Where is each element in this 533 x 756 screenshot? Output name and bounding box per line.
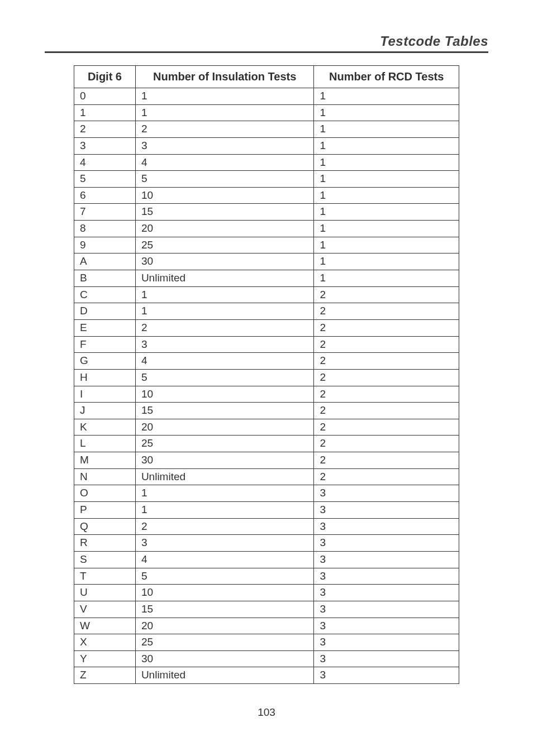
cell-insulation: 1 (135, 502, 314, 519)
cell-insulation: 1 (135, 88, 314, 105)
cell-insulation: 25 (135, 237, 314, 253)
cell-digit: 3 (74, 137, 136, 154)
cell-digit: F (74, 336, 136, 353)
table-row: 551 (74, 171, 459, 188)
cell-insulation: 2 (135, 518, 314, 535)
cell-insulation: 1 (135, 485, 314, 502)
document-page: Testcode Tables Digit 6 Number of Insula… (0, 0, 533, 741)
cell-digit: W (74, 618, 136, 634)
cell-digit: O (74, 485, 136, 502)
cell-insulation: 3 (135, 336, 314, 353)
cell-insulation: 3 (135, 137, 314, 154)
cell-insulation: 10 (135, 386, 314, 403)
cell-digit: Y (74, 650, 136, 667)
table-row: 111 (74, 104, 459, 121)
cell-rcd: 2 (314, 303, 459, 320)
cell-rcd: 3 (314, 667, 459, 684)
header-insulation: Number of Insulation Tests (135, 66, 314, 88)
cell-rcd: 2 (314, 403, 459, 419)
cell-rcd: 3 (314, 650, 459, 667)
cell-rcd: 1 (314, 104, 459, 121)
header-digit: Digit 6 (74, 66, 136, 88)
cell-digit: 8 (74, 221, 136, 237)
header-rcd: Number of RCD Tests (314, 66, 459, 88)
cell-insulation: 15 (135, 601, 314, 618)
table-row: V153 (74, 601, 459, 618)
cell-rcd: 2 (314, 369, 459, 386)
cell-insulation: 5 (135, 568, 314, 585)
cell-rcd: 2 (314, 436, 459, 452)
cell-rcd: 3 (314, 585, 459, 601)
cell-rcd: 3 (314, 634, 459, 651)
table-row: R33 (74, 535, 459, 552)
table-row: 221 (74, 121, 459, 138)
cell-rcd: 2 (314, 353, 459, 370)
cell-insulation: 30 (135, 650, 314, 667)
table-row: Q23 (74, 518, 459, 535)
cell-digit: 9 (74, 237, 136, 253)
cell-insulation: 30 (135, 452, 314, 469)
table-row: 011 (74, 88, 459, 105)
cell-digit: X (74, 634, 136, 651)
cell-digit: E (74, 319, 136, 336)
table-row: 8201 (74, 221, 459, 237)
cell-digit: V (74, 601, 136, 618)
cell-digit: R (74, 535, 136, 552)
cell-insulation: 4 (135, 154, 314, 171)
cell-insulation: 2 (135, 319, 314, 336)
cell-rcd: 1 (314, 270, 459, 287)
table-row: Y303 (74, 650, 459, 667)
cell-insulation: 20 (135, 618, 314, 634)
table-row: A301 (74, 253, 459, 270)
cell-rcd: 1 (314, 253, 459, 270)
cell-rcd: 1 (314, 187, 459, 204)
table-row: G42 (74, 353, 459, 370)
cell-insulation: 2 (135, 121, 314, 138)
cell-digit: Z (74, 667, 136, 684)
cell-insulation: 25 (135, 436, 314, 452)
cell-rcd: 2 (314, 319, 459, 336)
cell-insulation: 20 (135, 221, 314, 237)
table-row: L252 (74, 436, 459, 452)
cell-rcd: 2 (314, 286, 459, 303)
cell-rcd: 3 (314, 601, 459, 618)
cell-insulation: 4 (135, 353, 314, 370)
cell-rcd: 2 (314, 419, 459, 436)
cell-insulation: 15 (135, 204, 314, 221)
cell-insulation: 1 (135, 104, 314, 121)
cell-insulation: 10 (135, 585, 314, 601)
cell-digit: G (74, 353, 136, 370)
table-header-row: Digit 6 Number of Insulation Tests Numbe… (74, 66, 459, 88)
cell-insulation: 1 (135, 286, 314, 303)
cell-rcd: 1 (314, 171, 459, 188)
cell-digit: B (74, 270, 136, 287)
table-body: 0111112213314415516101715182019251A301BU… (74, 88, 459, 684)
cell-rcd: 1 (314, 154, 459, 171)
table-row: J152 (74, 403, 459, 419)
cell-insulation: Unlimited (135, 270, 314, 287)
table-row: 6101 (74, 187, 459, 204)
table-row: H52 (74, 369, 459, 386)
table-row: F32 (74, 336, 459, 353)
cell-rcd: 3 (314, 618, 459, 634)
testcode-table: Digit 6 Number of Insulation Tests Numbe… (74, 65, 459, 684)
table-row: 9251 (74, 237, 459, 253)
cell-digit: 0 (74, 88, 136, 105)
table-row: BUnlimited1 (74, 270, 459, 287)
cell-digit: 1 (74, 104, 136, 121)
cell-rcd: 3 (314, 485, 459, 502)
cell-digit: I (74, 386, 136, 403)
cell-insulation: 15 (135, 403, 314, 419)
table-row: C12 (74, 286, 459, 303)
cell-rcd: 1 (314, 237, 459, 253)
table-row: U103 (74, 585, 459, 601)
table-row: E22 (74, 319, 459, 336)
cell-digit: D (74, 303, 136, 320)
cell-insulation: 3 (135, 535, 314, 552)
cell-insulation: 1 (135, 303, 314, 320)
cell-digit: 7 (74, 204, 136, 221)
table-row: M302 (74, 452, 459, 469)
table-row: T53 (74, 568, 459, 585)
table-row: S43 (74, 551, 459, 568)
table-row: I102 (74, 386, 459, 403)
